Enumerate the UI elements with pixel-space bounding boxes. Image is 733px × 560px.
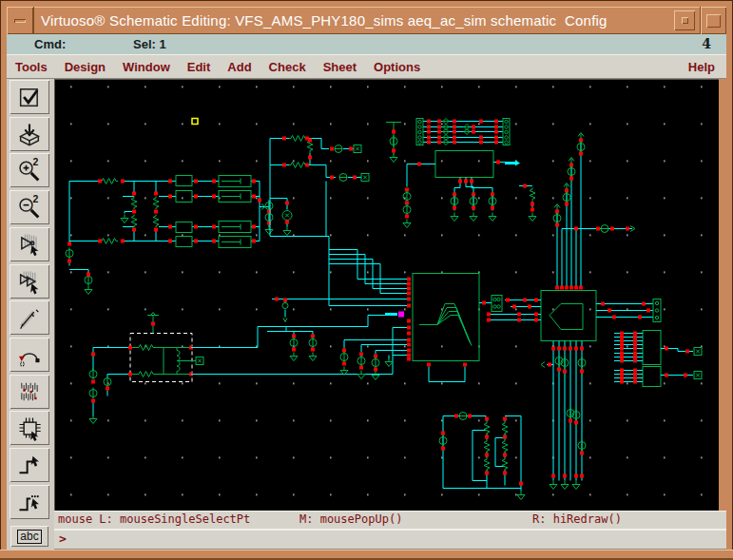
zoom-out-2x-icon: 2 <box>16 194 43 221</box>
status-bar: Cmd: Sel: 1 4 <box>7 34 726 55</box>
window-menu-button[interactable] <box>7 7 34 34</box>
toolbar-button-properties[interactable] <box>10 375 49 409</box>
cmd-label: Cmd: <box>34 37 66 51</box>
wide-wire-icon <box>16 489 43 515</box>
toolbar-button-zoom-in-2x[interactable]: 2 <box>10 153 49 187</box>
selected-pin[interactable] <box>398 312 404 318</box>
copy-icon <box>16 268 43 295</box>
properties-icon <box>16 378 43 405</box>
menu-item-add[interactable]: Add <box>219 60 260 74</box>
zoom-in-2x-icon: 2 <box>16 157 43 183</box>
menu-item-help[interactable]: Help <box>680 60 726 74</box>
toolbar-button-copy[interactable] <box>10 264 49 299</box>
undo-icon <box>16 341 43 368</box>
menu-item-check[interactable]: Check <box>260 60 315 74</box>
svg-text:2: 2 <box>33 194 39 204</box>
menu-item-design[interactable]: Design <box>56 60 114 74</box>
toolbar-button-label[interactable]: abc <box>10 526 48 547</box>
toolbar-button-save[interactable] <box>10 117 49 151</box>
label-tool-icon: abc <box>17 530 41 544</box>
toolbar-button-zoom-out-2x[interactable]: 2 <box>10 190 49 224</box>
command-prompt[interactable]: > <box>54 529 726 550</box>
toolbar-button-delete[interactable] <box>10 300 49 335</box>
instance-icon <box>16 415 43 441</box>
maximize-button[interactable] <box>700 7 726 34</box>
toolbar-column: abc 22 <box>7 79 55 550</box>
maximize-icon <box>706 14 721 28</box>
mouse-binding-right: R: hiRedraw() <box>532 512 622 526</box>
toolbar-button-check-and-save[interactable] <box>10 80 49 114</box>
menu-bar: ToolsDesignWindowEditAddCheckSheetOption… <box>7 54 726 79</box>
selection-count: Sel: 1 <box>133 37 166 51</box>
grid-dots <box>55 81 719 512</box>
toolbar-button-wide-wire[interactable] <box>10 485 49 519</box>
window-title: Virtuoso® Schematic Editing: VFS_AMS_PHY… <box>34 12 674 29</box>
save-icon <box>16 121 43 147</box>
delete-icon <box>16 304 43 331</box>
prompt-symbol: > <box>59 531 67 546</box>
title-bar[interactable]: Virtuoso® Schematic Editing: VFS_AMS_PHY… <box>7 7 726 34</box>
mouse-binding-middle: M: mousePopUp() <box>299 512 402 526</box>
schematic-canvas[interactable] <box>54 79 719 512</box>
wire-icon <box>16 452 43 478</box>
toolbar-button-undo[interactable] <box>10 338 49 372</box>
toolbar-button-instance[interactable] <box>10 411 49 445</box>
svg-text:2: 2 <box>33 157 39 167</box>
stretch-icon <box>16 231 43 258</box>
mouse-bindings-bar: mouse L: mouseSingleSelectPt M: mousePop… <box>54 511 726 529</box>
minimize-icon <box>682 17 688 24</box>
window-menu-dash-icon <box>14 19 26 23</box>
toolbar-button-stretch[interactable] <box>10 227 49 261</box>
window-frame-bottom <box>0 550 733 560</box>
menu-item-options[interactable]: Options <box>365 60 429 74</box>
menu-item-edit[interactable]: Edit <box>179 60 220 74</box>
menu-item-tools[interactable]: Tools <box>7 60 56 74</box>
menu-item-window[interactable]: Window <box>114 60 179 74</box>
check-and-save-icon <box>16 84 43 110</box>
mouse-binding-left: mouse L: mouseSingleSelectPt <box>58 512 250 526</box>
virtuoso-window: Virtuoso® Schematic Editing: VFS_AMS_PHY… <box>0 0 733 560</box>
menu-item-sheet[interactable]: Sheet <box>315 60 365 74</box>
minimize-button[interactable] <box>674 10 695 30</box>
window-number: 4 <box>702 36 711 51</box>
schematic-drawing[interactable] <box>55 80 719 512</box>
toolbar-button-wire[interactable] <box>10 448 49 482</box>
